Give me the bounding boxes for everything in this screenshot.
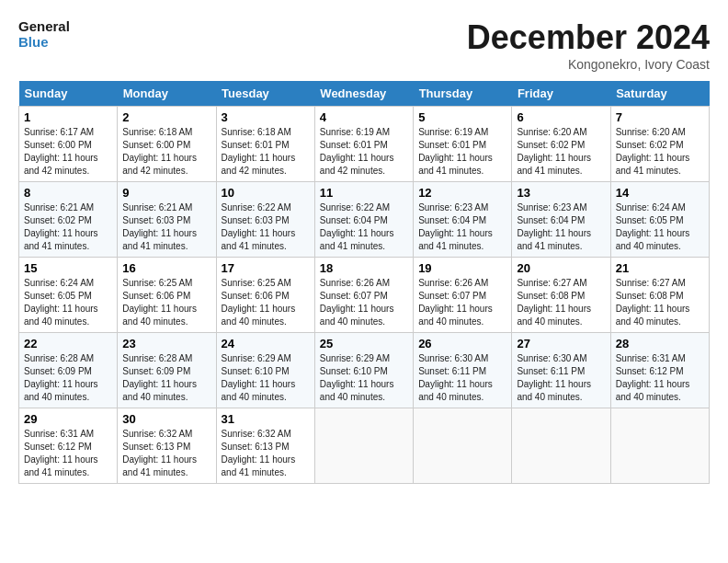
empty-cell <box>314 408 413 484</box>
empty-cell <box>610 408 709 484</box>
day-number: 29 <box>24 412 112 426</box>
col-header-tuesday: Tuesday <box>216 81 314 107</box>
day-number: 4 <box>320 110 408 124</box>
day-number: 8 <box>24 186 112 200</box>
day-info: Sunrise: 6:22 AMSunset: 6:04 PMDaylight:… <box>320 201 408 253</box>
week-row-4: 22Sunrise: 6:28 AMSunset: 6:09 PMDayligh… <box>19 333 710 408</box>
title-block: December 2024 Kongonekro, Ivory Coast <box>467 18 710 72</box>
day-number: 17 <box>222 261 310 275</box>
day-cell-27: 27Sunrise: 6:30 AMSunset: 6:11 PMDayligh… <box>512 333 610 408</box>
day-number: 1 <box>24 110 112 124</box>
day-cell-4: 4Sunrise: 6:19 AMSunset: 6:01 PMDaylight… <box>314 107 413 182</box>
day-number: 9 <box>122 186 210 200</box>
logo: General Blue <box>18 18 70 51</box>
day-number: 12 <box>418 186 506 200</box>
day-cell-3: 3Sunrise: 6:18 AMSunset: 6:01 PMDaylight… <box>216 107 314 182</box>
day-cell-7: 7Sunrise: 6:20 AMSunset: 6:02 PMDaylight… <box>610 107 709 182</box>
day-cell-30: 30Sunrise: 6:32 AMSunset: 6:13 PMDayligh… <box>118 408 216 484</box>
day-info: Sunrise: 6:18 AMSunset: 6:01 PMDaylight:… <box>222 126 310 178</box>
day-cell-18: 18Sunrise: 6:26 AMSunset: 6:07 PMDayligh… <box>314 258 413 333</box>
day-cell-24: 24Sunrise: 6:29 AMSunset: 6:10 PMDayligh… <box>216 333 314 408</box>
day-number: 14 <box>616 186 704 200</box>
day-cell-25: 25Sunrise: 6:29 AMSunset: 6:10 PMDayligh… <box>314 333 413 408</box>
day-info: Sunrise: 6:23 AMSunset: 6:04 PMDaylight:… <box>418 201 506 253</box>
day-info: Sunrise: 6:26 AMSunset: 6:07 PMDaylight:… <box>418 277 506 328</box>
day-number: 23 <box>122 337 210 350</box>
day-info: Sunrise: 6:19 AMSunset: 6:01 PMDaylight:… <box>320 126 408 178</box>
day-cell-15: 15Sunrise: 6:24 AMSunset: 6:05 PMDayligh… <box>19 258 118 333</box>
week-row-1: 1Sunrise: 6:17 AMSunset: 6:00 PMDaylight… <box>19 107 710 182</box>
week-row-3: 15Sunrise: 6:24 AMSunset: 6:05 PMDayligh… <box>19 258 710 333</box>
day-info: Sunrise: 6:28 AMSunset: 6:09 PMDaylight:… <box>24 352 112 404</box>
day-cell-12: 12Sunrise: 6:23 AMSunset: 6:04 PMDayligh… <box>414 182 512 258</box>
day-info: Sunrise: 6:26 AMSunset: 6:07 PMDaylight:… <box>320 277 408 328</box>
day-cell-31: 31Sunrise: 6:32 AMSunset: 6:13 PMDayligh… <box>216 408 314 484</box>
day-info: Sunrise: 6:24 AMSunset: 6:05 PMDaylight:… <box>24 277 112 328</box>
logo-text: General Blue <box>18 18 70 51</box>
day-number: 6 <box>517 110 605 124</box>
day-info: Sunrise: 6:24 AMSunset: 6:05 PMDaylight:… <box>616 201 704 253</box>
day-number: 27 <box>517 337 605 350</box>
month-title: December 2024 <box>467 18 710 57</box>
day-info: Sunrise: 6:27 AMSunset: 6:08 PMDaylight:… <box>616 277 704 328</box>
day-info: Sunrise: 6:29 AMSunset: 6:10 PMDaylight:… <box>222 352 310 404</box>
day-number: 31 <box>222 412 310 426</box>
day-info: Sunrise: 6:32 AMSunset: 6:13 PMDaylight:… <box>122 428 210 479</box>
day-info: Sunrise: 6:23 AMSunset: 6:04 PMDaylight:… <box>517 201 605 253</box>
day-number: 5 <box>418 110 506 124</box>
col-header-thursday: Thursday <box>414 81 512 107</box>
col-header-friday: Friday <box>512 81 610 107</box>
day-number: 16 <box>122 261 210 275</box>
logo-line1: General <box>18 18 70 34</box>
day-number: 18 <box>320 261 408 275</box>
day-cell-5: 5Sunrise: 6:19 AMSunset: 6:01 PMDaylight… <box>414 107 512 182</box>
day-cell-11: 11Sunrise: 6:22 AMSunset: 6:04 PMDayligh… <box>314 182 413 258</box>
day-cell-21: 21Sunrise: 6:27 AMSunset: 6:08 PMDayligh… <box>610 258 709 333</box>
day-number: 13 <box>517 186 605 200</box>
day-cell-9: 9Sunrise: 6:21 AMSunset: 6:03 PMDaylight… <box>118 182 216 258</box>
day-cell-20: 20Sunrise: 6:27 AMSunset: 6:08 PMDayligh… <box>512 258 610 333</box>
day-number: 28 <box>616 337 704 350</box>
col-header-saturday: Saturday <box>610 81 709 107</box>
col-header-sunday: Sunday <box>19 81 118 107</box>
day-info: Sunrise: 6:25 AMSunset: 6:06 PMDaylight:… <box>122 277 210 328</box>
day-info: Sunrise: 6:20 AMSunset: 6:02 PMDaylight:… <box>616 126 704 178</box>
day-cell-22: 22Sunrise: 6:28 AMSunset: 6:09 PMDayligh… <box>19 333 118 408</box>
col-header-wednesday: Wednesday <box>314 81 413 107</box>
day-cell-28: 28Sunrise: 6:31 AMSunset: 6:12 PMDayligh… <box>610 333 709 408</box>
day-number: 25 <box>320 337 408 350</box>
day-cell-8: 8Sunrise: 6:21 AMSunset: 6:02 PMDaylight… <box>19 182 118 258</box>
day-cell-26: 26Sunrise: 6:30 AMSunset: 6:11 PMDayligh… <box>414 333 512 408</box>
empty-cell <box>414 408 512 484</box>
day-info: Sunrise: 6:21 AMSunset: 6:03 PMDaylight:… <box>122 201 210 253</box>
day-info: Sunrise: 6:30 AMSunset: 6:11 PMDaylight:… <box>418 352 506 404</box>
day-cell-29: 29Sunrise: 6:31 AMSunset: 6:12 PMDayligh… <box>19 408 118 484</box>
day-info: Sunrise: 6:27 AMSunset: 6:08 PMDaylight:… <box>517 277 605 328</box>
day-info: Sunrise: 6:29 AMSunset: 6:10 PMDaylight:… <box>320 352 408 404</box>
day-info: Sunrise: 6:32 AMSunset: 6:13 PMDaylight:… <box>222 428 310 479</box>
day-info: Sunrise: 6:31 AMSunset: 6:12 PMDaylight:… <box>616 352 704 404</box>
day-number: 30 <box>122 412 210 426</box>
logo: General Blue <box>18 18 70 51</box>
day-cell-6: 6Sunrise: 6:20 AMSunset: 6:02 PMDaylight… <box>512 107 610 182</box>
day-cell-10: 10Sunrise: 6:22 AMSunset: 6:03 PMDayligh… <box>216 182 314 258</box>
day-number: 22 <box>24 337 112 350</box>
day-cell-2: 2Sunrise: 6:18 AMSunset: 6:00 PMDaylight… <box>118 107 216 182</box>
day-cell-13: 13Sunrise: 6:23 AMSunset: 6:04 PMDayligh… <box>512 182 610 258</box>
page-header: General Blue December 2024 Kongonekro, I… <box>18 18 710 72</box>
day-info: Sunrise: 6:30 AMSunset: 6:11 PMDaylight:… <box>517 352 605 404</box>
day-info: Sunrise: 6:25 AMSunset: 6:06 PMDaylight:… <box>222 277 310 328</box>
day-info: Sunrise: 6:31 AMSunset: 6:12 PMDaylight:… <box>24 428 112 479</box>
day-cell-14: 14Sunrise: 6:24 AMSunset: 6:05 PMDayligh… <box>610 182 709 258</box>
day-number: 11 <box>320 186 408 200</box>
day-cell-23: 23Sunrise: 6:28 AMSunset: 6:09 PMDayligh… <box>118 333 216 408</box>
day-info: Sunrise: 6:19 AMSunset: 6:01 PMDaylight:… <box>418 126 506 178</box>
day-number: 7 <box>616 110 704 124</box>
calendar-header-row: SundayMondayTuesdayWednesdayThursdayFrid… <box>19 81 710 107</box>
day-info: Sunrise: 6:20 AMSunset: 6:02 PMDaylight:… <box>517 126 605 178</box>
day-number: 15 <box>24 261 112 275</box>
day-cell-17: 17Sunrise: 6:25 AMSunset: 6:06 PMDayligh… <box>216 258 314 333</box>
day-cell-1: 1Sunrise: 6:17 AMSunset: 6:00 PMDaylight… <box>19 107 118 182</box>
day-number: 20 <box>517 261 605 275</box>
empty-cell <box>512 408 610 484</box>
